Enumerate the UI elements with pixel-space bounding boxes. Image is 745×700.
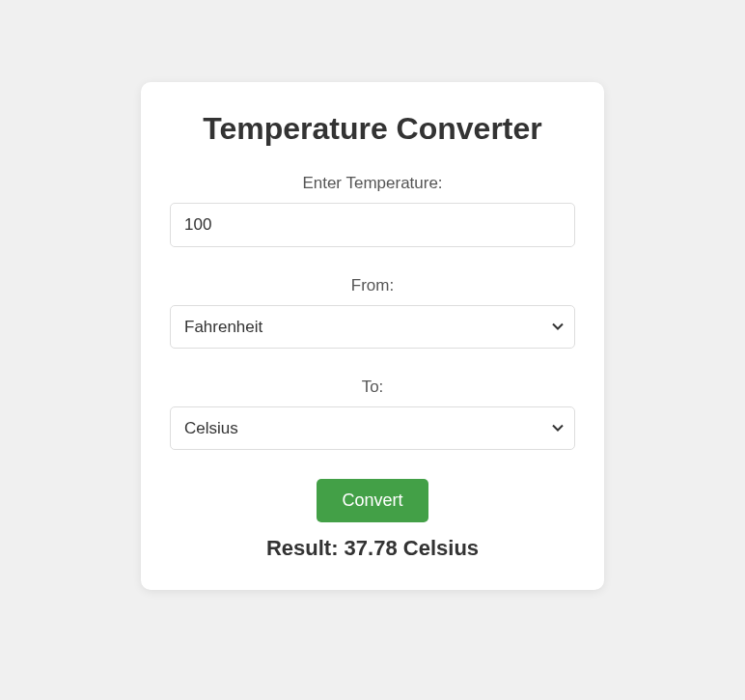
- convert-button[interactable]: Convert: [317, 479, 428, 522]
- from-select[interactable]: CelsiusFahrenheitKelvin: [170, 305, 575, 349]
- result-prefix: Result:: [266, 536, 345, 560]
- to-select[interactable]: CelsiusFahrenheitKelvin: [170, 406, 575, 450]
- converter-card: Temperature Converter Enter Temperature:…: [141, 82, 604, 590]
- page-title: Temperature Converter: [170, 111, 575, 147]
- temperature-label: Enter Temperature:: [170, 174, 575, 193]
- to-select-wrapper: CelsiusFahrenheitKelvin: [170, 406, 575, 450]
- temperature-field-group: Enter Temperature:: [170, 174, 575, 247]
- from-select-wrapper: CelsiusFahrenheitKelvin: [170, 305, 575, 349]
- temperature-input[interactable]: [170, 203, 575, 247]
- result-text: Result: 37.78 Celsius: [170, 536, 575, 561]
- from-field-group: From: CelsiusFahrenheitKelvin: [170, 276, 575, 349]
- result-value: 37.78: [345, 536, 398, 560]
- to-label: To:: [170, 378, 575, 397]
- from-label: From:: [170, 276, 575, 295]
- result-unit: Celsius: [403, 536, 479, 560]
- to-field-group: To: CelsiusFahrenheitKelvin: [170, 378, 575, 450]
